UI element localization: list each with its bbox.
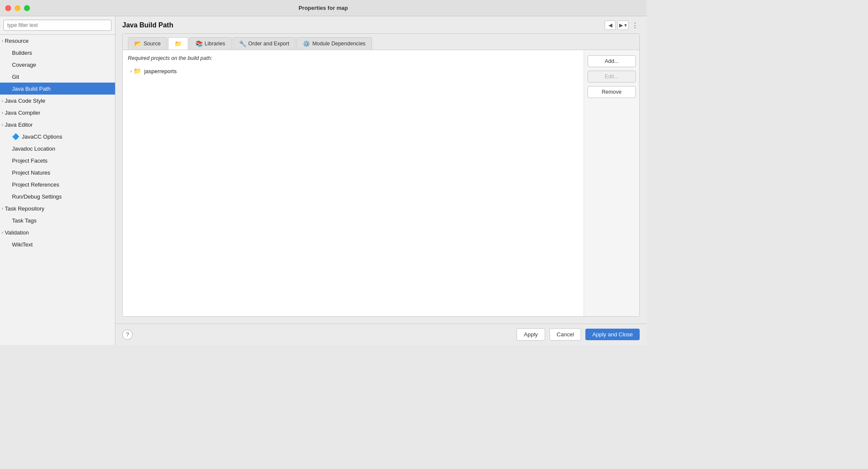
source-tab-icon: 📂 [134, 40, 142, 47]
sidebar-item-label: Java Editor [5, 122, 32, 128]
add-button[interactable]: Add... [588, 55, 636, 67]
edit-button[interactable]: Edit... [588, 71, 636, 83]
folder-icon: 📁 [133, 67, 142, 75]
sidebar-item-java-code-style[interactable]: › Java Code Style [0, 95, 115, 107]
javacc-icon: 🔷 [12, 133, 19, 140]
module-dep-tab-icon: ⚙️ [303, 40, 310, 47]
sidebar: › Resource Builders Coverage Git Java Bu… [0, 16, 115, 345]
libraries-tab-icon: 📚 [195, 40, 203, 47]
filter-input[interactable] [3, 20, 112, 31]
forward-button[interactable]: ▶ ▾ [617, 21, 629, 30]
required-label: Required projects on the build path: [128, 55, 579, 61]
titlebar: Properties for map [0, 0, 647, 16]
sidebar-item-label: Project References [12, 181, 59, 188]
more-options-button[interactable]: ⋮ [630, 21, 640, 30]
sidebar-item-label: Run/Debug Settings [12, 193, 62, 200]
tab-libraries[interactable]: 📚 Libraries [189, 37, 232, 50]
tree-item-label: jasperreports [144, 68, 177, 74]
sidebar-item-label: JavaCC Options [22, 134, 62, 140]
sidebar-item-java-editor[interactable]: › Java Editor [0, 119, 115, 131]
bottom-right: Apply Cancel Apply and Close [517, 328, 640, 341]
sidebar-item-java-build-path[interactable]: Java Build Path [0, 83, 115, 95]
sidebar-list: › Resource Builders Coverage Git Java Bu… [0, 35, 115, 345]
sidebar-item-label: Coverage [12, 62, 36, 68]
side-buttons: Add... Edit... Remove [584, 50, 639, 316]
sidebar-item-java-compiler[interactable]: › Java Compiler [0, 107, 115, 119]
tab-libraries-label: Libraries [205, 41, 225, 47]
cancel-button[interactable]: Cancel [549, 328, 581, 341]
chevron-right-icon: › [2, 110, 3, 115]
sidebar-item-label: Project Natures [12, 169, 50, 176]
order-export-tab-icon: 🔧 [239, 40, 246, 47]
tab-module-dependencies[interactable]: ⚙️ Module Dependencies [296, 37, 372, 50]
chevron-right-icon: › [2, 39, 3, 43]
sidebar-item-project-facets[interactable]: Project Facets [0, 154, 115, 166]
sidebar-item-task-repository[interactable]: › Task Repository [0, 202, 115, 214]
right-panel: Java Build Path ◀ ▶ ▾ ⋮ 📂 Source 📁 [115, 16, 647, 345]
sidebar-item-resource[interactable]: › Resource [0, 35, 115, 47]
search-box [0, 16, 115, 35]
tree-item-jasperreports[interactable]: › 📁 jasperreports [128, 65, 579, 77]
page-title: Java Build Path [122, 21, 173, 29]
sidebar-item-label: Java Code Style [5, 98, 45, 104]
tab-order-export[interactable]: 🔧 Order and Export [233, 37, 296, 50]
remove-button[interactable]: Remove [588, 86, 636, 98]
sidebar-item-label: Task Tags [12, 217, 37, 224]
panel-header: Java Build Path ◀ ▶ ▾ ⋮ [115, 16, 647, 33]
sidebar-item-javacc-options[interactable]: 🔷 JavaCC Options [0, 131, 115, 142]
panel-body: 📂 Source 📁 📚 Libraries 🔧 Order and Expor… [115, 33, 647, 324]
tabs-bar: 📂 Source 📁 📚 Libraries 🔧 Order and Expor… [123, 34, 639, 50]
sidebar-item-validation[interactable]: › Validation [0, 226, 115, 238]
sidebar-item-label: Javadoc Location [12, 145, 55, 152]
chevron-right-icon: › [2, 206, 3, 211]
close-button[interactable] [5, 5, 11, 11]
tab-source-label: Source [144, 41, 161, 47]
sidebar-item-label: Git [12, 74, 19, 80]
apply-button[interactable]: Apply [517, 328, 545, 341]
content-box: 📂 Source 📁 📚 Libraries 🔧 Order and Expor… [122, 33, 640, 317]
main-content: › Resource Builders Coverage Git Java Bu… [0, 16, 647, 345]
tab-module-dep-label: Module Dependencies [312, 41, 365, 47]
window-title: Properties for map [298, 5, 348, 11]
window-controls [5, 5, 30, 11]
chevron-right-icon: › [2, 98, 3, 103]
help-button[interactable]: ? [122, 329, 133, 340]
sidebar-item-label: Builders [12, 50, 32, 56]
chevron-right-icon: › [2, 122, 3, 127]
sidebar-item-task-tags[interactable]: Task Tags [0, 214, 115, 226]
sidebar-item-label: Java Compiler [5, 110, 40, 116]
apply-close-button[interactable]: Apply and Close [585, 329, 640, 340]
minimize-button[interactable] [15, 5, 21, 11]
tab-order-export-label: Order and Export [248, 41, 289, 47]
back-button[interactable]: ◀ [605, 21, 616, 30]
header-actions: ◀ ▶ ▾ ⋮ [605, 21, 640, 30]
tree-chevron-icon: › [130, 69, 132, 74]
sidebar-item-label: Task Repository [5, 205, 44, 212]
tab-content: Required projects on the build path: › 📁… [123, 50, 639, 316]
sidebar-item-project-references[interactable]: Project References [0, 178, 115, 190]
chevron-right-icon: › [2, 230, 3, 235]
main-area: Required projects on the build path: › 📁… [123, 50, 584, 316]
sidebar-item-project-natures[interactable]: Project Natures [0, 166, 115, 178]
bottom-bar: ? Apply Cancel Apply and Close [115, 324, 647, 345]
sidebar-item-label: Resource [5, 38, 29, 44]
sidebar-item-label: WikiText [12, 241, 32, 248]
maximize-button[interactable] [24, 5, 30, 11]
sidebar-item-label: Java Build Path [12, 86, 50, 92]
tab-source[interactable]: 📂 Source [128, 37, 167, 50]
sidebar-item-coverage[interactable]: Coverage [0, 59, 115, 71]
tab-projects[interactable]: 📁 [168, 37, 188, 50]
sidebar-item-run-debug-settings[interactable]: Run/Debug Settings [0, 190, 115, 202]
sidebar-item-builders[interactable]: Builders [0, 47, 115, 59]
sidebar-item-javadoc-location[interactable]: Javadoc Location [0, 142, 115, 154]
sidebar-item-label: Validation [5, 229, 29, 236]
projects-tab-icon: 📁 [174, 40, 182, 47]
sidebar-item-label: Project Facets [12, 157, 47, 164]
bottom-left: ? [122, 329, 133, 340]
sidebar-item-wikitext[interactable]: WikiText [0, 238, 115, 250]
sidebar-item-git[interactable]: Git [0, 71, 115, 83]
